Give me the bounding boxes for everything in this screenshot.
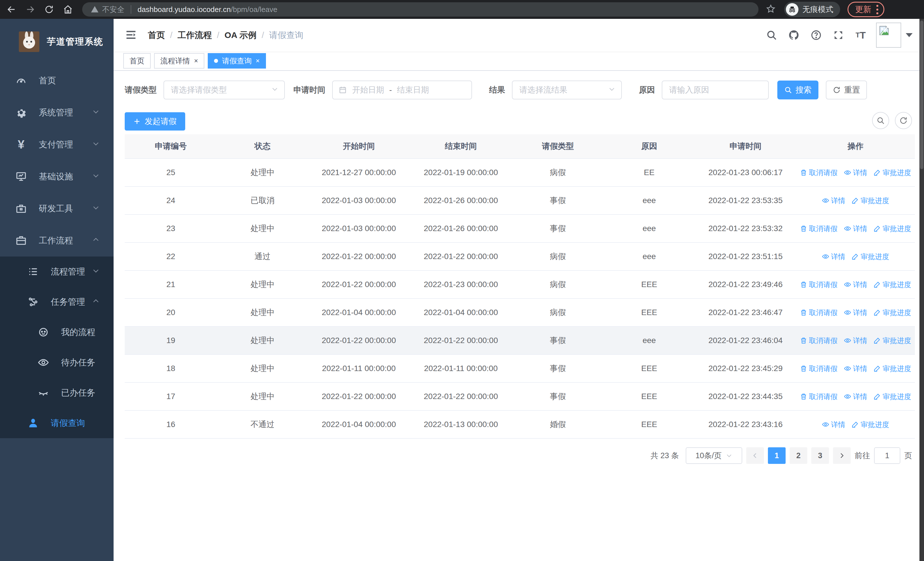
detail-link[interactable]: 详情	[844, 168, 867, 177]
approval-progress-link[interactable]: 审批进度	[852, 196, 889, 205]
security-warning[interactable]: 不安全	[91, 5, 124, 15]
fullscreen-icon[interactable]	[831, 28, 845, 42]
search-icon[interactable]	[765, 28, 778, 42]
top-navbar: 首页 / 工作流程 / OA 示例 / 请假查询	[114, 19, 920, 51]
cancel-leave-link[interactable]: 取消请假	[800, 364, 837, 373]
action-label: 详情	[831, 420, 845, 429]
approval-progress-link[interactable]: 审批进度	[873, 280, 911, 289]
approval-progress-link[interactable]: 审批进度	[852, 420, 889, 429]
detail-link[interactable]: 详情	[844, 336, 867, 345]
cancel-leave-link[interactable]: 取消请假	[800, 392, 837, 401]
cell-status: 处理中	[217, 335, 308, 346]
approval-progress-link[interactable]: 审批进度	[873, 392, 911, 401]
cancel-leave-link[interactable]: 取消请假	[800, 336, 837, 345]
sidebar-item-system[interactable]: 系统管理	[0, 96, 114, 129]
approval-progress-link[interactable]: 审批进度	[873, 168, 911, 177]
detail-link[interactable]: 详情	[822, 196, 845, 205]
cell-leave-type: 病假	[512, 279, 603, 290]
reset-button[interactable]: 重置	[826, 81, 867, 99]
eye-icon	[822, 197, 829, 204]
approval-progress-link[interactable]: 审批进度	[873, 364, 911, 373]
goto-page-input[interactable]	[874, 447, 900, 464]
cell-end-time: 2022-01-13 00:00:00	[410, 420, 512, 429]
breadcrumb-item[interactable]: 首页	[148, 29, 165, 41]
font-size-icon[interactable]: TT	[854, 28, 867, 42]
eye-icon	[844, 393, 851, 400]
avatar-menu-button[interactable]	[876, 23, 913, 48]
sidebar-item-done-tasks[interactable]: 已办任务	[0, 378, 114, 408]
pagination-total: 共 23 条	[651, 450, 679, 461]
detail-link[interactable]: 详情	[822, 420, 845, 429]
sidebar-item-infra[interactable]: 基础设施	[0, 161, 114, 193]
sidebar-item-label: 研发工具	[39, 203, 73, 215]
cancel-leave-link[interactable]: 取消请假	[800, 224, 837, 233]
scrollbar-thumb[interactable]	[920, 21, 923, 169]
tab-home[interactable]: 首页	[123, 53, 151, 69]
cell-reason: EEE	[603, 392, 695, 401]
close-icon[interactable]: ×	[256, 57, 260, 64]
close-icon[interactable]: ×	[194, 57, 198, 64]
page-button-2[interactable]: 2	[790, 447, 807, 464]
leave-type-select[interactable]: 请选择请假类型	[164, 81, 285, 99]
cell-apply-time: 2022-01-22 23:44:35	[695, 392, 796, 401]
sidebar-item-home[interactable]: 首页	[0, 65, 114, 96]
breadcrumb-item[interactable]: 工作流程	[177, 29, 212, 41]
bookmark-star-icon[interactable]	[766, 4, 776, 15]
cancel-leave-link[interactable]: 取消请假	[800, 280, 837, 289]
create-leave-button[interactable]: 发起请假	[125, 112, 185, 131]
page-size-select[interactable]: 10条/页	[686, 447, 742, 464]
table-row: 22 通过 2022-01-22 00:00:00 2022-01-22 00:…	[125, 243, 915, 271]
table-refresh-icon[interactable]	[895, 112, 912, 129]
action-label: 详情	[853, 364, 867, 373]
sidebar-item-todo-tasks[interactable]: 待办任务	[0, 347, 114, 378]
detail-link[interactable]: 详情	[844, 280, 867, 289]
result-select[interactable]: 请选择流结果	[512, 81, 622, 99]
browser-forward-icon[interactable]	[23, 2, 38, 17]
browser-update-button[interactable]: 更新	[848, 2, 884, 17]
cell-start-time: 2022-01-04 00:00:00	[308, 308, 410, 317]
search-button[interactable]: 搜索	[777, 81, 818, 99]
app-logo-row[interactable]: 芋道管理系统	[0, 19, 114, 65]
approval-progress-link[interactable]: 审批进度	[873, 308, 911, 317]
sidebar-item-process-mgmt[interactable]: 流程管理	[0, 257, 114, 287]
cancel-leave-link[interactable]: 取消请假	[800, 168, 837, 177]
detail-link[interactable]: 详情	[844, 308, 867, 317]
reason-input[interactable]: 请输入原因	[662, 81, 769, 99]
sidebar-item-payment[interactable]: ¥ 支付管理	[0, 129, 114, 161]
detail-link[interactable]: 详情	[822, 252, 845, 261]
cell-reason: EEE	[603, 420, 695, 429]
page-button-1[interactable]: 1	[768, 447, 786, 464]
approval-progress-link[interactable]: 审批进度	[873, 224, 911, 233]
sidebar-collapse-icon[interactable]	[125, 29, 138, 41]
action-label: 审批进度	[883, 280, 911, 289]
sidebar-item-task-mgmt[interactable]: 任务管理	[0, 287, 114, 317]
apply-time-range-input[interactable]: 开始日期 - 结束日期	[332, 81, 472, 99]
approval-progress-link[interactable]: 审批进度	[852, 252, 889, 261]
detail-link[interactable]: 详情	[844, 364, 867, 373]
sidebar-item-workflow[interactable]: 工作流程	[0, 224, 114, 257]
sidebar-item-leave-query[interactable]: 请假查询	[0, 408, 114, 438]
detail-link[interactable]: 详情	[844, 392, 867, 401]
browser-menu-icon[interactable]	[876, 5, 878, 14]
page-scrollbar[interactable]	[920, 19, 924, 561]
table-search-icon[interactable]	[872, 112, 889, 129]
next-page-button[interactable]	[833, 447, 850, 464]
cancel-leave-link[interactable]: 取消请假	[800, 308, 837, 317]
github-icon[interactable]	[787, 28, 801, 42]
tab-process-detail[interactable]: 流程详情 ×	[154, 53, 204, 69]
detail-link[interactable]: 详情	[844, 224, 867, 233]
browser-home-icon[interactable]	[60, 2, 75, 17]
help-icon[interactable]	[809, 28, 823, 42]
page-button-3[interactable]: 3	[811, 447, 829, 464]
sidebar-item-my-process[interactable]: 我的流程	[0, 317, 114, 347]
breadcrumb-item[interactable]: OA 示例	[225, 29, 256, 41]
tags-view-bar: 首页 流程详情 × 请假查询 ×	[114, 51, 920, 71]
sidebar-menu: 首页 系统管理 ¥ 支付管理 基础设施	[0, 65, 114, 438]
browser-reload-icon[interactable]	[42, 2, 57, 17]
address-bar[interactable]: 不安全 dashboard.yudao.iocoder.cn/bpm/oa/le…	[82, 2, 759, 17]
browser-back-icon[interactable]	[4, 2, 19, 17]
prev-page-button[interactable]	[746, 447, 764, 464]
tab-leave-query[interactable]: 请假查询 ×	[208, 53, 266, 69]
sidebar-item-devtools[interactable]: 研发工具	[0, 193, 114, 224]
approval-progress-link[interactable]: 审批进度	[873, 336, 911, 345]
